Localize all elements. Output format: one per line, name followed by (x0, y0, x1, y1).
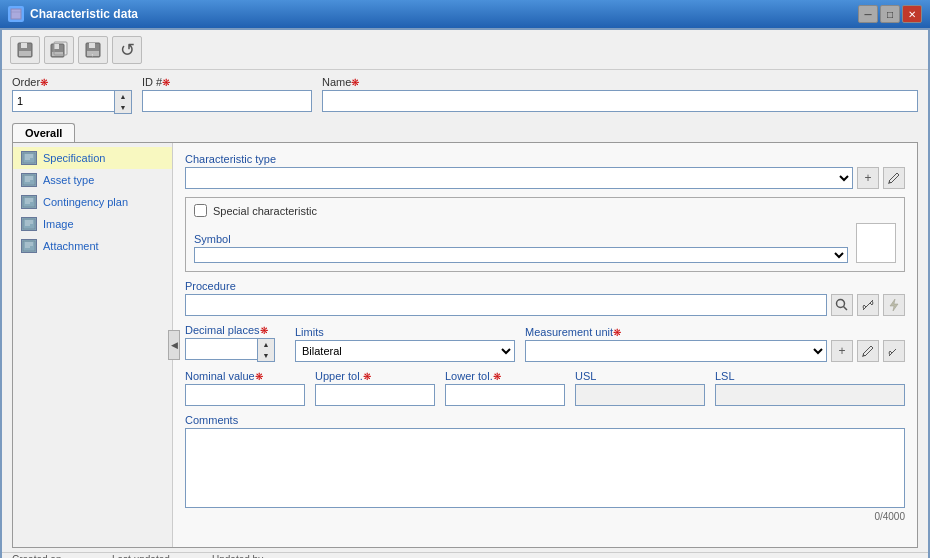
sidebar-item-asset-type[interactable]: Asset type (13, 169, 172, 191)
window-controls: ─ □ ✕ (858, 5, 922, 23)
order-down-button[interactable]: ▼ (115, 102, 131, 113)
id-input[interactable] (142, 90, 312, 112)
created-on-field: Created on (12, 554, 92, 559)
special-char-group: Special characteristic Symbol (185, 197, 905, 272)
tab-overall[interactable]: Overall (12, 123, 75, 142)
char-type-add-button[interactable]: + (857, 167, 879, 189)
lsl-section: LSL (715, 370, 905, 406)
status-bar: Created on Last updated Updated by (2, 552, 928, 558)
svg-rect-3 (21, 43, 27, 48)
sidebar-item-image[interactable]: Image (13, 213, 172, 235)
char-type-select[interactable] (185, 167, 853, 189)
header-fields: Order❋ ▲ ▼ ID #❋ Name❋ (2, 70, 928, 120)
sidebar-item-attachment[interactable]: Attachment (13, 235, 172, 257)
attachment-icon (21, 239, 37, 253)
sidebar-collapse-button[interactable]: ◀ (168, 330, 180, 360)
order-input-wrap: ▲ ▼ (12, 90, 132, 114)
lower-tol-section: Lower tol.❋ (445, 370, 565, 406)
updated-by-label: Updated by (212, 554, 918, 559)
svg-rect-25 (23, 219, 35, 229)
measurement-unit-section: Measurement unit❋ + (525, 326, 905, 362)
comments-textarea[interactable] (185, 428, 905, 508)
order-spinner: ▲ ▼ (114, 90, 132, 114)
name-field-group: Name❋ (322, 76, 918, 112)
nominal-value-input[interactable] (185, 384, 305, 406)
svg-rect-29 (23, 241, 35, 251)
refresh-button[interactable]: ↺ (112, 36, 142, 64)
upper-tol-label: Upper tol.❋ (315, 370, 435, 382)
measurement-unit-select[interactable] (525, 340, 827, 362)
upper-tol-input[interactable] (315, 384, 435, 406)
symbol-label: Symbol (194, 233, 848, 245)
svg-line-35 (866, 303, 870, 307)
char-type-section: Characteristic type + (185, 153, 905, 189)
asset-type-icon (21, 173, 37, 187)
limits-select[interactable]: Bilateral Unilateral+ Unilateral- None (295, 340, 515, 362)
char-type-label: Characteristic type (185, 153, 905, 165)
order-up-button[interactable]: ▲ (115, 91, 131, 102)
decimal-down-button[interactable]: ▼ (258, 350, 274, 361)
save-button-2[interactable] (44, 36, 74, 64)
measurement-unit-add-button[interactable]: + (831, 340, 853, 362)
special-char-checkbox[interactable] (194, 204, 207, 217)
lsl-input[interactable] (715, 384, 905, 406)
procedure-link-button[interactable] (857, 294, 879, 316)
limits-wrap: Bilateral Unilateral+ Unilateral- None (295, 340, 515, 362)
procedure-lightning-button[interactable] (883, 294, 905, 316)
measurement-unit-edit-button[interactable] (857, 340, 879, 362)
name-input[interactable] (322, 90, 918, 112)
svg-line-34 (844, 307, 848, 311)
order-input[interactable] (12, 90, 114, 112)
usl-section: USL (575, 370, 705, 406)
title-bar: Characteristic data ─ □ ✕ (0, 0, 930, 28)
decimal-places-section: Decimal places❋ ▲ ▼ (185, 324, 285, 362)
last-updated-field: Last updated (112, 554, 192, 559)
procedure-search-button[interactable] (831, 294, 853, 316)
nominal-value-label: Nominal value❋ (185, 370, 305, 382)
limits-section: Limits Bilateral Unilateral+ Unilateral-… (295, 326, 515, 362)
toolbar: ↑ ↺ (2, 30, 928, 70)
decimal-places-input[interactable] (185, 338, 257, 360)
measurement-unit-wrap: + (525, 340, 905, 362)
svg-rect-4 (19, 51, 31, 56)
char-type-edit-button[interactable] (883, 167, 905, 189)
usl-input[interactable] (575, 384, 705, 406)
decimal-input-wrap: ▲ ▼ (185, 338, 285, 362)
upper-tol-section: Upper tol.❋ (315, 370, 435, 406)
svg-point-33 (837, 300, 845, 308)
id-label: ID #❋ (142, 76, 312, 88)
decimal-up-button[interactable]: ▲ (258, 339, 274, 350)
tol-row: Nominal value❋ Upper tol.❋ Lower tol.❋ (185, 370, 905, 406)
sidebar-label-specification: Specification (43, 152, 105, 164)
svg-line-36 (892, 349, 896, 353)
main-content: Characteristic type + (173, 143, 917, 547)
minimize-button[interactable]: ─ (858, 5, 878, 23)
id-field-group: ID #❋ (142, 76, 312, 112)
export-button[interactable]: ↑ (78, 36, 108, 64)
sidebar-item-specification[interactable]: Specification (13, 147, 172, 169)
symbol-select[interactable] (194, 247, 848, 263)
measurement-unit-link-button[interactable] (883, 340, 905, 362)
svg-text:↑: ↑ (91, 52, 94, 58)
tab-area: Overall Specification (2, 120, 928, 552)
sidebar-label-attachment: Attachment (43, 240, 99, 252)
close-button[interactable]: ✕ (902, 5, 922, 23)
name-label: Name❋ (322, 76, 918, 88)
procedure-input[interactable] (185, 294, 827, 316)
order-label: Order❋ (12, 76, 132, 88)
symbol-row: Symbol (194, 223, 896, 263)
app-icon (8, 6, 24, 22)
window-title: Characteristic data (30, 7, 858, 21)
specification-icon (21, 151, 37, 165)
save-button-1[interactable] (10, 36, 40, 64)
maximize-button[interactable]: □ (880, 5, 900, 23)
group-legend: Special characteristic (194, 204, 896, 217)
lower-tol-input[interactable] (445, 384, 565, 406)
procedure-section: Procedure (185, 280, 905, 316)
order-field-group: Order❋ ▲ ▼ (12, 76, 132, 114)
lower-tol-label: Lower tol.❋ (445, 370, 565, 382)
char-count: 0/4000 (185, 511, 905, 522)
contingency-plan-icon (21, 195, 37, 209)
sidebar-item-contingency-plan[interactable]: Contingency plan (13, 191, 172, 213)
sidebar: Specification Asset type (13, 143, 173, 547)
